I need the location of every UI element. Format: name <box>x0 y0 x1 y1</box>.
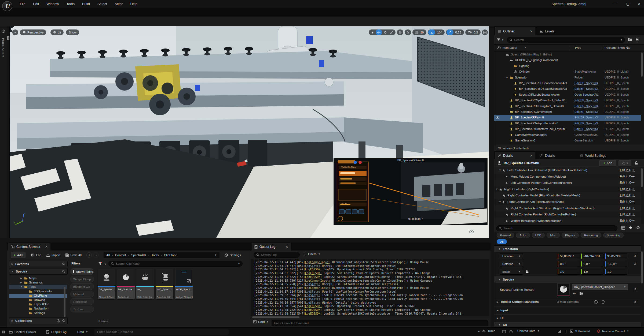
collections-header[interactable]: ▶ Collections <box>9 318 68 324</box>
folder-tree-scrollbar[interactable] <box>64 287 65 317</box>
log-category[interactable]: LogSlate: <box>305 297 320 300</box>
outliner-row[interactable]: BP_SpectraXRTransformTool_LayoutFEdit BP… <box>494 126 641 132</box>
outliner-item-type[interactable]: Edit BP_SpectraX <box>575 122 603 125</box>
log-line[interactable]: [2025.04.22-11.41.08:722][547]LogEOSSDK:… <box>254 312 463 316</box>
outliner-row[interactable]: BP_SpectraXR3DSpaceScenarioActEdit BP_Sp… <box>494 86 641 92</box>
content-drawer-button[interactable]: Content Drawer <box>9 329 36 335</box>
maximize-button[interactable]: ▢ <box>622 0 634 8</box>
log-line[interactable]: [2025.04.22-11.41.08:554][541]LogEOSSDK:… <box>254 304 415 308</box>
tab-outliner[interactable]: Outliner ✕ <box>495 27 535 35</box>
menu-select[interactable]: Select <box>94 0 111 8</box>
outliner-search-input[interactable] <box>514 38 619 42</box>
log-category[interactable]: LogSlate: <box>305 301 320 304</box>
filter-show-redire[interactable]: Show Redire <box>70 268 94 275</box>
folder-scenarios[interactable]: ▶Scenarios <box>9 281 67 285</box>
outliner-item-type[interactable]: Edit BP_SpectraX <box>575 116 603 119</box>
cb-add-button[interactable]: +Add <box>11 252 25 258</box>
search-icon[interactable] <box>62 262 65 266</box>
menu-actor[interactable]: Actor <box>111 0 126 8</box>
component-row[interactable]: Widget Interaction (WidgetInteraction)Ed… <box>494 218 641 224</box>
chevron-right-icon[interactable]: ▶ <box>20 277 22 279</box>
breadcrumb-item[interactable]: ClipPlane <box>164 253 177 257</box>
log-category[interactable]: LogSlate: <box>305 282 320 286</box>
folder-3dspaceinfo[interactable]: 3DSpaceInfo <box>9 289 67 294</box>
log-category[interactable]: LogEOSSDK: <box>305 312 322 315</box>
transform-scale-x-field[interactable]: 1,0 <box>557 269 580 275</box>
breadcrumb-item[interactable]: SpectraXR <box>131 253 146 257</box>
outliner-item-type[interactable]: Edit BP_SpectraX <box>575 110 603 113</box>
details-search[interactable] <box>496 225 617 231</box>
transform-scale-z-field[interactable]: 1,0 <box>605 269 627 275</box>
filter-icon[interactable] <box>497 38 500 41</box>
chevron-down-icon[interactable]: ▼ <box>506 76 508 79</box>
log-category[interactable]: LogEOSSDK: <box>305 268 322 271</box>
outliner-row[interactable]: BP_SpectraXRDrawingTool_Default0Edit BP_… <box>494 104 641 109</box>
cb-import-button[interactable]: Import <box>46 253 60 257</box>
log-hscrollbar-track[interactable] <box>251 316 489 318</box>
outliner-column-header[interactable]: Item Label ▲ Type Package Short Na <box>494 44 644 51</box>
outliner-item-type[interactable]: Edit BP_SpectraX <box>575 127 603 130</box>
component-row[interactable]: Left Controller Pointer (LeftControllerP… <box>494 180 641 186</box>
log-category[interactable]: LogCommonInput: <box>305 286 331 289</box>
status-cmd-dropdown[interactable]: Cmd ▼ <box>77 329 88 335</box>
close-icon[interactable]: ✕ <box>45 245 48 249</box>
log-lines[interactable]: [2025.04.22-11.33.24:447][857]LogCommonI… <box>251 259 489 316</box>
tab-world-settings[interactable]: World Settings <box>577 152 620 159</box>
log-category[interactable]: LogSlate: <box>305 290 320 293</box>
derived-data-dropdown[interactable]: Derived Data ▼ <box>517 329 540 333</box>
ui-section-row[interactable]: ▶ UI <box>494 314 641 322</box>
asset-da-spectra-[interactable]: DA_Spectra.Data Asset <box>117 269 135 299</box>
back-icon[interactable]: ‹ <box>86 252 92 258</box>
close-icon[interactable]: ✕ <box>286 245 288 249</box>
move-tool-icon[interactable] <box>376 29 382 35</box>
favorites-header[interactable]: ▶ Favorites <box>9 261 68 267</box>
outliner-item-type[interactable]: Edit BP_SpectraX <box>575 87 603 90</box>
category-misc[interactable]: Misc <box>547 233 560 238</box>
outliner-settings-gear-icon[interactable] <box>636 38 640 42</box>
components-scrollbar[interactable] <box>641 168 643 187</box>
asset-search-input[interactable] <box>116 262 236 265</box>
asset-bp-spectra-[interactable]: BP_Spectra...Blueprint Class <box>98 269 115 299</box>
console-command-field[interactable] <box>272 320 488 326</box>
maximize-viewport-button[interactable] <box>482 29 488 35</box>
breadcrumb-item[interactable]: Tools <box>151 253 159 257</box>
chevron-down-icon[interactable]: ▼ <box>214 254 217 256</box>
log-category[interactable]: LogEOSSDK: <box>305 271 322 275</box>
transform-rotation-z-field[interactable]: 135,0 ° <box>605 261 627 267</box>
outliner-item-type[interactable]: Edit BP_SpectraX <box>575 81 603 85</box>
menu-tools[interactable]: Tools <box>63 0 78 8</box>
outliner-row[interactable]: GameSession0GameSessionUEDPIE_0_Spectr <box>494 138 641 144</box>
component-row[interactable]: Right Controller Model (RightControllerS… <box>494 192 641 199</box>
tab-levels[interactable]: Levels <box>537 27 566 35</box>
category-all-button[interactable]: All <box>497 239 507 244</box>
tab-output-log[interactable]: Output Log ✕ <box>252 243 291 251</box>
transform-location-dropdown[interactable]: Location▼ <box>500 253 523 259</box>
component-row[interactable]: Right Controller Pointer (RightControlle… <box>494 211 641 218</box>
component-row[interactable]: ▼Right Controller Aim (RightControllerAi… <box>494 199 641 205</box>
folder-drawing[interactable]: Drawing <box>9 298 67 302</box>
more-options-icon[interactable]: ⋮ <box>565 330 568 333</box>
blueprint-dropdown-button[interactable]: ▼ <box>619 160 631 166</box>
edit-in-cpp-link[interactable]: Edit in C++ <box>620 181 635 184</box>
spectra-section-header[interactable]: ▼ Spectra <box>494 276 641 283</box>
tab-content-browser[interactable]: Content Browser ✕ <box>8 243 50 251</box>
log-category[interactable]: LogSlate: <box>305 293 320 297</box>
target-status-icon[interactable] <box>509 330 513 334</box>
log-line[interactable]: [2025.04.22-11.33.24:447][857]LogSlate: … <box>254 264 397 268</box>
window-status-icon[interactable] <box>502 330 506 333</box>
log-search-input[interactable] <box>261 253 297 256</box>
menu-help[interactable]: Help <box>126 0 141 8</box>
status-console-field[interactable]: Enter Console Command <box>94 329 229 335</box>
tab-details-2[interactable]: Details <box>537 152 569 159</box>
edit-in-cpp-link[interactable]: Edit in C++ <box>620 175 635 178</box>
reset-icon[interactable]: ↺ <box>634 287 636 291</box>
transform-scale-dropdown[interactable]: Scale▼ <box>500 269 523 275</box>
log-category[interactable]: LogEOSSDK: <box>305 308 322 311</box>
log-category[interactable]: LogCommonInput: <box>305 260 331 264</box>
cb-settings-button[interactable]: Settings <box>224 253 241 257</box>
log-line[interactable]: [2025.04.22-11.34.35:750][217]LogSlate: … <box>254 282 398 286</box>
grid-snap-control[interactable]: 10 <box>412 29 426 35</box>
log-hscrollbar-thumb[interactable] <box>252 316 299 318</box>
filter-blueprint-cla[interactable]: Blueprint Cla <box>70 283 94 290</box>
context-managers-row[interactable]: ▶ Toolset Context Managers 2 Map element… <box>494 298 641 306</box>
